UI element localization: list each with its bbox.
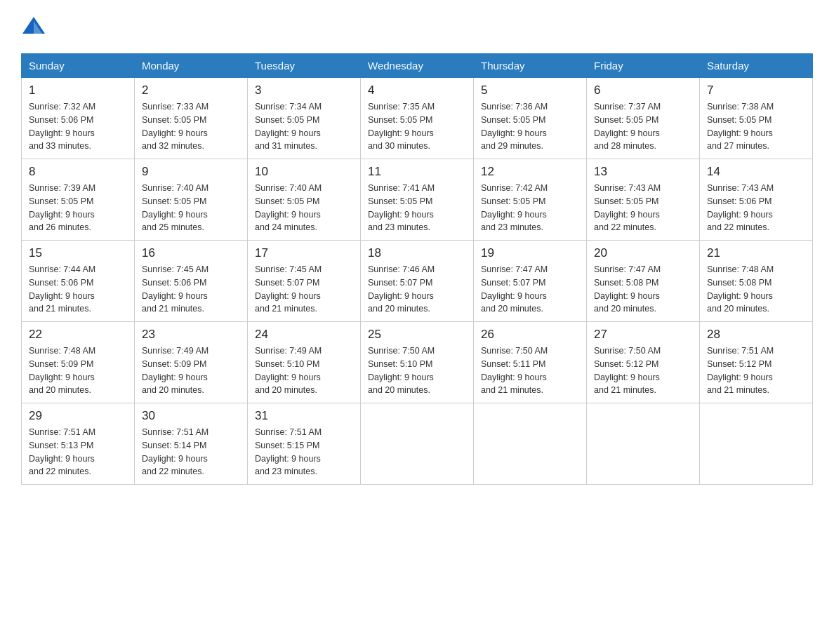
day-number: 17 <box>255 246 353 260</box>
calendar-cell: 24 Sunrise: 7:49 AM Sunset: 5:10 PM Dayl… <box>248 322 361 403</box>
day-number: 18 <box>368 246 466 260</box>
day-number: 15 <box>29 246 127 260</box>
day-info: Sunrise: 7:50 AM Sunset: 5:10 PM Dayligh… <box>368 344 466 397</box>
day-info: Sunrise: 7:51 AM Sunset: 5:12 PM Dayligh… <box>707 344 805 397</box>
day-info: Sunrise: 7:39 AM Sunset: 5:05 PM Dayligh… <box>29 182 127 234</box>
calendar-cell <box>361 403 474 485</box>
day-info: Sunrise: 7:42 AM Sunset: 5:05 PM Dayligh… <box>481 182 579 234</box>
day-info: Sunrise: 7:45 AM Sunset: 5:06 PM Dayligh… <box>142 263 240 316</box>
day-header-monday: Monday <box>135 54 248 78</box>
day-info: Sunrise: 7:36 AM Sunset: 5:05 PM Dayligh… <box>481 100 579 153</box>
logo-icon <box>21 14 46 39</box>
day-info: Sunrise: 7:32 AM Sunset: 5:06 PM Dayligh… <box>29 100 127 153</box>
day-number: 1 <box>29 83 127 98</box>
day-number: 19 <box>481 246 579 260</box>
calendar-week-5: 29 Sunrise: 7:51 AM Sunset: 5:13 PM Dayl… <box>22 403 813 485</box>
calendar-cell: 9 Sunrise: 7:40 AM Sunset: 5:05 PM Dayli… <box>135 159 248 241</box>
day-number: 26 <box>481 328 579 342</box>
day-header-sunday: Sunday <box>22 54 135 78</box>
day-info: Sunrise: 7:50 AM Sunset: 5:12 PM Dayligh… <box>594 344 692 397</box>
day-info: Sunrise: 7:51 AM Sunset: 5:14 PM Dayligh… <box>142 426 240 478</box>
calendar-week-2: 8 Sunrise: 7:39 AM Sunset: 5:05 PM Dayli… <box>22 159 813 241</box>
day-info: Sunrise: 7:38 AM Sunset: 5:05 PM Dayligh… <box>707 100 805 153</box>
calendar-table: SundayMondayTuesdayWednesdayThursdayFrid… <box>21 53 813 485</box>
calendar-cell: 8 Sunrise: 7:39 AM Sunset: 5:05 PM Dayli… <box>22 159 135 241</box>
day-info: Sunrise: 7:49 AM Sunset: 5:10 PM Dayligh… <box>255 344 353 397</box>
calendar-cell: 25 Sunrise: 7:50 AM Sunset: 5:10 PM Dayl… <box>361 322 474 403</box>
calendar-week-3: 15 Sunrise: 7:44 AM Sunset: 5:06 PM Dayl… <box>22 241 813 322</box>
page-header <box>21 14 813 39</box>
calendar-cell: 22 Sunrise: 7:48 AM Sunset: 5:09 PM Dayl… <box>22 322 135 403</box>
day-info: Sunrise: 7:34 AM Sunset: 5:05 PM Dayligh… <box>255 100 353 153</box>
day-header-wednesday: Wednesday <box>361 54 474 78</box>
day-info: Sunrise: 7:37 AM Sunset: 5:05 PM Dayligh… <box>594 100 692 153</box>
day-number: 6 <box>594 83 692 98</box>
day-info: Sunrise: 7:43 AM Sunset: 5:06 PM Dayligh… <box>707 182 805 234</box>
calendar-cell: 7 Sunrise: 7:38 AM Sunset: 5:05 PM Dayli… <box>700 78 813 159</box>
day-header-friday: Friday <box>587 54 700 78</box>
calendar-cell: 21 Sunrise: 7:48 AM Sunset: 5:08 PM Dayl… <box>700 241 813 322</box>
day-number: 4 <box>368 83 466 98</box>
day-number: 9 <box>142 165 240 179</box>
day-number: 14 <box>707 165 805 179</box>
calendar-cell: 13 Sunrise: 7:43 AM Sunset: 5:05 PM Dayl… <box>587 159 700 241</box>
calendar-cell: 2 Sunrise: 7:33 AM Sunset: 5:05 PM Dayli… <box>135 78 248 159</box>
calendar-cell: 6 Sunrise: 7:37 AM Sunset: 5:05 PM Dayli… <box>587 78 700 159</box>
calendar-cell: 30 Sunrise: 7:51 AM Sunset: 5:14 PM Dayl… <box>135 403 248 485</box>
day-info: Sunrise: 7:43 AM Sunset: 5:05 PM Dayligh… <box>594 182 692 234</box>
calendar-cell: 3 Sunrise: 7:34 AM Sunset: 5:05 PM Dayli… <box>248 78 361 159</box>
day-number: 31 <box>255 409 353 423</box>
calendar-cell: 23 Sunrise: 7:49 AM Sunset: 5:09 PM Dayl… <box>135 322 248 403</box>
calendar-header: SundayMondayTuesdayWednesdayThursdayFrid… <box>22 54 813 78</box>
day-info: Sunrise: 7:51 AM Sunset: 5:15 PM Dayligh… <box>255 426 353 478</box>
day-info: Sunrise: 7:45 AM Sunset: 5:07 PM Dayligh… <box>255 263 353 316</box>
day-info: Sunrise: 7:47 AM Sunset: 5:08 PM Dayligh… <box>594 263 692 316</box>
day-info: Sunrise: 7:48 AM Sunset: 5:08 PM Dayligh… <box>707 263 805 316</box>
calendar-cell: 4 Sunrise: 7:35 AM Sunset: 5:05 PM Dayli… <box>361 78 474 159</box>
day-number: 12 <box>481 165 579 179</box>
calendar-cell <box>700 403 813 485</box>
calendar-cell: 31 Sunrise: 7:51 AM Sunset: 5:15 PM Dayl… <box>248 403 361 485</box>
day-number: 3 <box>255 83 353 98</box>
day-info: Sunrise: 7:49 AM Sunset: 5:09 PM Dayligh… <box>142 344 240 397</box>
calendar-cell: 18 Sunrise: 7:46 AM Sunset: 5:07 PM Dayl… <box>361 241 474 322</box>
calendar-cell: 5 Sunrise: 7:36 AM Sunset: 5:05 PM Dayli… <box>474 78 587 159</box>
calendar-cell: 1 Sunrise: 7:32 AM Sunset: 5:06 PM Dayli… <box>22 78 135 159</box>
calendar-cell: 15 Sunrise: 7:44 AM Sunset: 5:06 PM Dayl… <box>22 241 135 322</box>
day-number: 10 <box>255 165 353 179</box>
calendar-cell: 16 Sunrise: 7:45 AM Sunset: 5:06 PM Dayl… <box>135 241 248 322</box>
day-number: 8 <box>29 165 127 179</box>
day-number: 29 <box>29 409 127 423</box>
calendar-cell: 11 Sunrise: 7:41 AM Sunset: 5:05 PM Dayl… <box>361 159 474 241</box>
day-number: 24 <box>255 328 353 342</box>
calendar-cell <box>587 403 700 485</box>
calendar-cell: 20 Sunrise: 7:47 AM Sunset: 5:08 PM Dayl… <box>587 241 700 322</box>
calendar-week-1: 1 Sunrise: 7:32 AM Sunset: 5:06 PM Dayli… <box>22 78 813 159</box>
calendar-cell: 29 Sunrise: 7:51 AM Sunset: 5:13 PM Dayl… <box>22 403 135 485</box>
day-info: Sunrise: 7:41 AM Sunset: 5:05 PM Dayligh… <box>368 182 466 234</box>
day-number: 27 <box>594 328 692 342</box>
day-number: 21 <box>707 246 805 260</box>
calendar-cell: 28 Sunrise: 7:51 AM Sunset: 5:12 PM Dayl… <box>700 322 813 403</box>
day-info: Sunrise: 7:33 AM Sunset: 5:05 PM Dayligh… <box>142 100 240 153</box>
logo-area <box>21 14 49 39</box>
day-number: 20 <box>594 246 692 260</box>
day-number: 30 <box>142 409 240 423</box>
day-info: Sunrise: 7:40 AM Sunset: 5:05 PM Dayligh… <box>255 182 353 234</box>
day-info: Sunrise: 7:48 AM Sunset: 5:09 PM Dayligh… <box>29 344 127 397</box>
day-info: Sunrise: 7:50 AM Sunset: 5:11 PM Dayligh… <box>481 344 579 397</box>
day-info: Sunrise: 7:47 AM Sunset: 5:07 PM Dayligh… <box>481 263 579 316</box>
day-info: Sunrise: 7:46 AM Sunset: 5:07 PM Dayligh… <box>368 263 466 316</box>
calendar-cell <box>474 403 587 485</box>
day-header-tuesday: Tuesday <box>248 54 361 78</box>
day-info: Sunrise: 7:44 AM Sunset: 5:06 PM Dayligh… <box>29 263 127 316</box>
calendar-cell: 27 Sunrise: 7:50 AM Sunset: 5:12 PM Dayl… <box>587 322 700 403</box>
day-number: 5 <box>481 83 579 98</box>
day-number: 25 <box>368 328 466 342</box>
day-info: Sunrise: 7:51 AM Sunset: 5:13 PM Dayligh… <box>29 426 127 478</box>
day-number: 23 <box>142 328 240 342</box>
calendar-cell: 26 Sunrise: 7:50 AM Sunset: 5:11 PM Dayl… <box>474 322 587 403</box>
day-header-saturday: Saturday <box>700 54 813 78</box>
day-number: 16 <box>142 246 240 260</box>
calendar-week-4: 22 Sunrise: 7:48 AM Sunset: 5:09 PM Dayl… <box>22 322 813 403</box>
